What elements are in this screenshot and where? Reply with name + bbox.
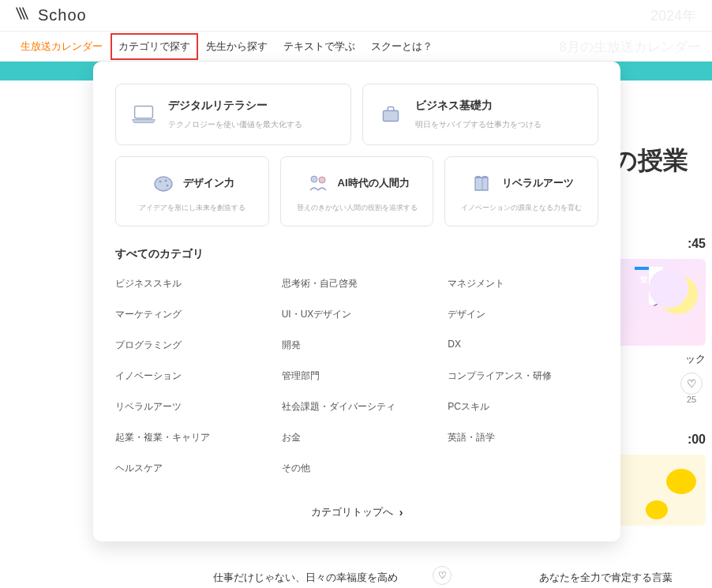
featured-title: デジタルリテラシー (168, 99, 338, 113)
svg-point-4 (164, 180, 167, 182)
featured-subtitle: アイデアを形にし未来を創造する (126, 203, 259, 213)
featured-title: AI時代の人間力 (338, 176, 410, 190)
nav-text-learn[interactable]: テキストで学ぶ (275, 33, 363, 60)
lesson-card-1[interactable]: 女性 効果バツグン (611, 259, 706, 346)
book-icon (469, 170, 496, 197)
heart-icon: ♡ (438, 570, 447, 581)
ghost-nav-label: 生放送カレンダー (213, 6, 295, 21)
snippet-1: 仕事だけじゃない、日々の幸福度を高め (213, 571, 398, 585)
cat-money[interactable]: お金 (282, 431, 433, 444)
logo-stripes-icon (16, 6, 33, 24)
brand-logo[interactable]: Schoo (16, 6, 87, 24)
cat-dx[interactable]: DX (448, 339, 598, 352)
speech-bubble-icon-2 (646, 500, 668, 519)
cat-thinking[interactable]: 思考術・自己啓発 (282, 277, 433, 290)
all-categories-title: すべてのカテゴリ (115, 247, 598, 261)
cat-compliance[interactable]: コンプライアンス・研修 (448, 369, 598, 383)
time-1: :45 (611, 237, 706, 251)
lesson-card-2[interactable] (611, 455, 706, 526)
cat-other[interactable]: その他 (282, 462, 433, 475)
cat-programming[interactable]: プログラミング (115, 339, 266, 352)
svg-rect-1 (384, 110, 399, 121)
speech-bubble-icon (666, 469, 696, 494)
cat-startup-career[interactable]: 起業・複業・キャリア (115, 431, 266, 444)
svg-point-3 (159, 181, 161, 183)
category-top-link[interactable]: カテゴリトップへ › (115, 499, 598, 526)
cat-ui-ux[interactable]: UI・UXデザイン (282, 308, 433, 321)
featured-subtitle: 明日をサバイブする仕事力をつける (415, 119, 585, 130)
header: Schoo (0, 0, 712, 32)
nav-teacher-search[interactable]: 先生から探す (198, 33, 275, 60)
category-dropdown: デジタルリテラシー テクノロジーを使い価値を最大化する ビジネス基礎力 明日をサ… (93, 62, 620, 541)
category-top-label: カテゴリトップへ (311, 505, 393, 519)
featured-subtitle: テクノロジーを使い価値を最大化する (168, 119, 338, 130)
cat-business-skill[interactable]: ビジネススキル (115, 277, 266, 290)
featured-ai-human[interactable]: AI時代の人間力 替えのきかない人間の役割を追求する (280, 156, 434, 227)
featured-business-basics[interactable]: ビジネス基礎力 明日をサバイブする仕事力をつける (362, 84, 598, 145)
featured-row-top: デジタルリテラシー テクノロジーを使い価値を最大化する ビジネス基礎力 明日をサ… (115, 84, 598, 145)
cat-pc-skill[interactable]: PCスキル (448, 400, 598, 414)
svg-point-6 (311, 176, 317, 182)
svg-point-2 (155, 177, 172, 191)
heart-icon: ♡ (687, 377, 697, 390)
ghost-calendar-title: 8月の生放送カレンダー (560, 38, 701, 56)
featured-title: リベラルアーツ (502, 176, 574, 190)
palette-icon (150, 170, 177, 197)
bg-card-2-area: :00 (611, 433, 706, 526)
ghost-year: 2024年 (650, 6, 696, 25)
brand-name: Schoo (38, 6, 87, 24)
cat-marketing[interactable]: マーケティング (115, 308, 266, 321)
cat-admin[interactable]: 管理部門 (282, 369, 433, 383)
featured-subtitle: イノベーションの源泉となる力を育む (455, 203, 588, 213)
svg-point-7 (319, 177, 325, 183)
cat-management[interactable]: マネジメント (448, 277, 598, 290)
laptop-icon (129, 99, 159, 129)
briefcase-icon (376, 99, 406, 129)
nav-category-search[interactable]: カテゴリで探す (111, 33, 198, 60)
chevron-right-icon: › (399, 506, 403, 519)
cat-healthcare[interactable]: ヘルスケア (115, 462, 266, 475)
featured-title: ビジネス基礎力 (415, 99, 585, 113)
featured-subtitle: 替えのきかない人間の役割を追求する (290, 203, 424, 213)
cat-liberal-arts[interactable]: リベラルアーツ (115, 400, 266, 414)
cat-design[interactable]: デザイン (448, 308, 598, 321)
featured-digital-literacy[interactable]: デジタルリテラシー テクノロジーを使い価値を最大化する (115, 84, 351, 145)
svg-rect-0 (135, 107, 153, 118)
card-1-tag: ック (611, 346, 706, 373)
time-2: :00 (611, 433, 706, 447)
like-button-1[interactable]: ♡ (680, 373, 703, 395)
people-icon (305, 170, 332, 197)
cat-development[interactable]: 開発 (282, 339, 433, 352)
like-button-bottom[interactable]: ♡ (433, 566, 452, 585)
like-area-1: ♡ 25 (680, 373, 703, 404)
featured-row-bottom: デザイン力 アイデアを形にし未来を創造する AI時代の人間力 替えのきかない人間… (115, 156, 598, 227)
nav-about[interactable]: スクーとは？ (363, 33, 440, 60)
featured-design[interactable]: デザイン力 アイデアを形にし未来を創造する (115, 156, 269, 227)
cat-innovation[interactable]: イノベーション (115, 369, 266, 383)
cat-english-language[interactable]: 英語・語学 (448, 431, 598, 444)
svg-point-5 (166, 185, 168, 187)
like-count-1: 25 (687, 395, 696, 404)
cat-social-diversity[interactable]: 社会課題・ダイバーシティ (282, 400, 433, 414)
snippet-2: あなたを全力で肯定する言葉 (539, 571, 673, 585)
nav-live-calendar[interactable]: 生放送カレンダー (13, 33, 111, 60)
featured-liberal-arts[interactable]: リベラルアーツ イノベーションの源泉となる力を育む (444, 156, 598, 227)
featured-title: デザイン力 (183, 176, 234, 190)
bg-card-1-area: :45 女性 効果バツグン ック ♡ 25 (611, 237, 706, 373)
moon-icon (658, 275, 698, 314)
category-grid: ビジネススキル 思考術・自己啓発 マネジメント マーケティング UI・UXデザイ… (115, 277, 598, 475)
